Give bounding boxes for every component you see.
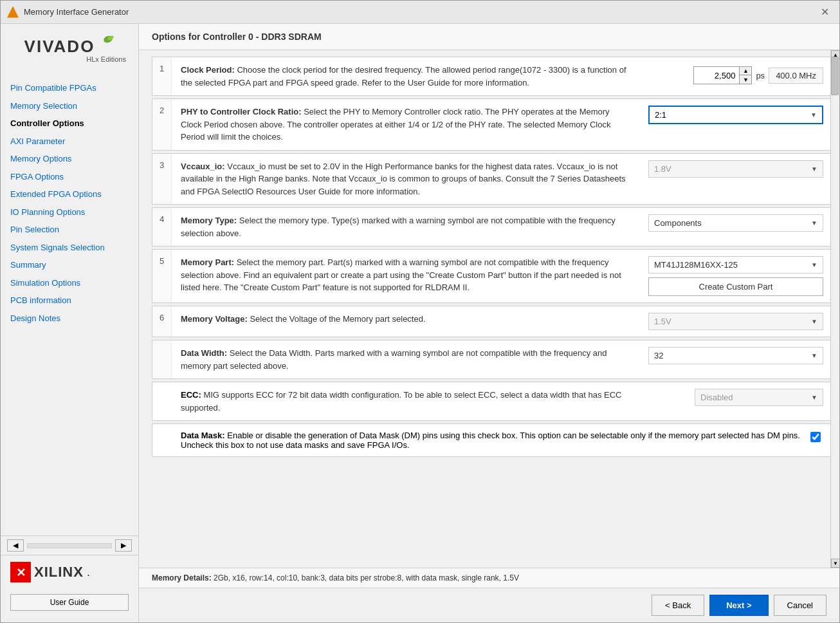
clock-period-input[interactable] (694, 67, 739, 84)
clock-period-range: 1072 - 3300 (522, 65, 567, 75)
memory-type-value: Components (654, 218, 702, 228)
data-mask-checkbox[interactable] (810, 432, 821, 442)
sidebar-item-axi-parameter[interactable]: AXI Parameter (1, 133, 138, 151)
sidebar-nav: Pin Compatible FPGAs Memory Selection Co… (1, 76, 138, 535)
main-content: Options for Controller 0 - DDR3 SDRAM 1 … (139, 24, 839, 622)
memory-type-label: Memory Type: (181, 216, 237, 225)
section-number-3: 3 (152, 154, 172, 205)
vertical-scrollbar[interactable]: ▲ ▼ (830, 50, 839, 568)
ecc-arrow-icon: ▼ (811, 394, 817, 401)
spinbox-buttons: ▲ ▼ (739, 67, 751, 84)
data-width-dropdown[interactable]: 32 ▼ (648, 347, 823, 364)
spinbox-down[interactable]: ▼ (740, 75, 751, 84)
xilinx-x-icon: ✕ (10, 562, 31, 582)
title-bar: Memory Interface Generator ✕ (1, 1, 839, 24)
vccaux-text: Vccaux_io: Vccaux_io must be set to 2.0V… (172, 154, 639, 205)
sidebar-item-pcb-information[interactable]: PCB information (1, 292, 138, 310)
sidebar-item-memory-selection[interactable]: Memory Selection (1, 97, 138, 115)
sidebar-item-simulation-options[interactable]: Simulation Options (1, 274, 138, 292)
window-body: VIVADO HLx Editions Pin Compatible FPGAs… (1, 24, 839, 622)
window-title: Memory Interface Generator (24, 7, 129, 17)
clock-period-section: 1 Clock Period: Choose the clock period … (152, 57, 833, 96)
app-icon (7, 6, 19, 18)
section-number-5: 5 (152, 250, 172, 302)
memory-part-value: MT41J128M16XX-125 (654, 260, 738, 270)
sidebar-item-memory-options[interactable]: Memory Options (1, 150, 138, 168)
memory-part-label: Memory Part: (181, 257, 234, 267)
section-number-6b (152, 340, 172, 378)
sidebar-item-pin-compatible[interactable]: Pin Compatible FPGAs (1, 79, 138, 97)
sidebar-item-pin-selection[interactable]: Pin Selection (1, 221, 138, 239)
close-button[interactable]: ✕ (817, 5, 833, 19)
memory-voltage-value: 1.5V (654, 317, 671, 326)
ecc-label: ECC: (181, 390, 201, 400)
vivado-text: VIVADO (24, 37, 95, 57)
create-custom-part-button[interactable]: Create Custom Part (648, 277, 823, 296)
phy-clock-ratio-value: 2:1 (655, 110, 666, 120)
vccaux-section: 3 Vccaux_io: Vccaux_io must be set to 2.… (152, 153, 833, 205)
memory-details-text: 2Gb, x16, row:14, col:10, bank:3, data b… (214, 573, 519, 582)
phy-clock-ratio-dropdown[interactable]: 2:1 ▼ (648, 106, 823, 124)
memory-voltage-dropdown[interactable]: 1.5V ▼ (648, 313, 823, 330)
footer: < Back Next > Cancel (139, 588, 839, 622)
data-width-text: Data Width: Select the Data Width. Parts… (172, 340, 639, 378)
sidebar-item-system-signals-selection[interactable]: System Signals Selection (1, 239, 138, 257)
content-header: Options for Controller 0 - DDR3 SDRAM (139, 24, 839, 50)
memory-type-dropdown[interactable]: Components ▼ (648, 214, 823, 232)
sidebar-item-summary[interactable]: Summary (1, 256, 138, 274)
sidebar-scroll-left[interactable]: ◀ (7, 539, 24, 552)
phy-clock-ratio-text: PHY to Controller Clock Ratio: Select th… (172, 99, 639, 150)
content-scroll-wrapper: 1 Clock Period: Choose the clock period … (139, 50, 839, 466)
title-bar-left: Memory Interface Generator (7, 6, 129, 18)
content-area[interactable]: 1 Clock Period: Choose the clock period … (139, 50, 839, 568)
vccaux-control: 1.8V ▼ (639, 154, 832, 205)
sidebar-scroll-controls: ◀ ▶ (1, 535, 138, 555)
ps-unit: ps (756, 71, 765, 80)
data-mask-checkbox-area (810, 432, 823, 445)
phy-clock-ratio-control[interactable]: 2:1 ▼ (639, 99, 832, 150)
clock-period-spinbox[interactable]: ▲ ▼ (693, 66, 752, 84)
data-mask-label: Data Mask: (181, 431, 225, 440)
data-width-control: 32 ▼ (639, 340, 832, 378)
memory-part-text: Memory Part: Select the memory part. Par… (172, 250, 639, 302)
spinbox-up[interactable]: ▲ (740, 67, 751, 75)
sidebar-item-controller-options[interactable]: Controller Options (1, 115, 138, 133)
ecc-content: ECC: MIG supports ECC for 72 bit data wi… (181, 389, 624, 414)
user-guide-button[interactable]: User Guide (10, 594, 129, 611)
clock-period-control: ▲ ▼ ps 400.0 MHz (639, 57, 832, 95)
ecc-section: ECC: MIG supports ECC for 72 bit data wi… (152, 382, 833, 421)
phy-clock-ratio-section: 2 PHY to Controller Clock Ratio: Select … (152, 98, 833, 151)
ecc-dropdown[interactable]: Disabled ▼ (695, 389, 823, 406)
vccaux-value: 1.8V (654, 164, 671, 174)
clock-period-inputs: ▲ ▼ ps 400.0 MHz (643, 66, 823, 84)
scroll-thumb[interactable] (831, 57, 839, 95)
clock-period-text: Clock Period: Choose the clock period fo… (172, 57, 639, 95)
memory-part-dropdown[interactable]: MT41J128M16XX-125 ▼ (648, 256, 823, 274)
back-button[interactable]: < Back (652, 595, 704, 616)
sidebar-item-io-planning-options[interactable]: IO Planning Options (1, 203, 138, 221)
data-width-value: 32 (654, 351, 663, 360)
memory-type-text: Memory Type: Select the memory type. Typ… (172, 208, 639, 246)
memory-type-control: Components ▼ (639, 208, 832, 246)
memory-voltage-control: 1.5V ▼ (639, 306, 832, 337)
data-width-arrow-icon: ▼ (811, 352, 817, 359)
vccaux-dropdown[interactable]: 1.8V ▼ (648, 160, 823, 178)
sidebar-item-design-notes[interactable]: Design Notes (1, 310, 138, 328)
sidebar-item-extended-fpga-options[interactable]: Extended FPGA Options (1, 185, 138, 203)
memory-voltage-arrow-icon: ▼ (811, 318, 817, 325)
phy-clock-ratio-arrow-icon: ▼ (810, 111, 817, 118)
phy-clock-ratio-label: PHY to Controller Clock Ratio: (181, 107, 302, 116)
vivado-bird-icon (96, 34, 114, 54)
sidebar-scroll-right[interactable]: ▶ (115, 539, 132, 552)
memory-details-label: Memory Details: (152, 573, 212, 582)
vccaux-label: Vccaux_io: (181, 162, 225, 171)
cancel-button[interactable]: Cancel (774, 595, 826, 616)
sidebar-item-fpga-options[interactable]: FPGA Options (1, 168, 138, 186)
memory-details-bar: Memory Details: 2Gb, x16, row:14, col:10… (139, 568, 839, 588)
next-button[interactable]: Next > (709, 595, 768, 616)
memory-voltage-text: Memory Voltage: Select the Voltage of th… (172, 306, 639, 337)
memory-part-section: 5 Memory Part: Select the memory part. P… (152, 249, 833, 303)
vccaux-arrow-icon: ▼ (811, 165, 817, 172)
section-number-1: 1 (152, 57, 172, 95)
scroll-down-button[interactable]: ▼ (831, 559, 839, 568)
